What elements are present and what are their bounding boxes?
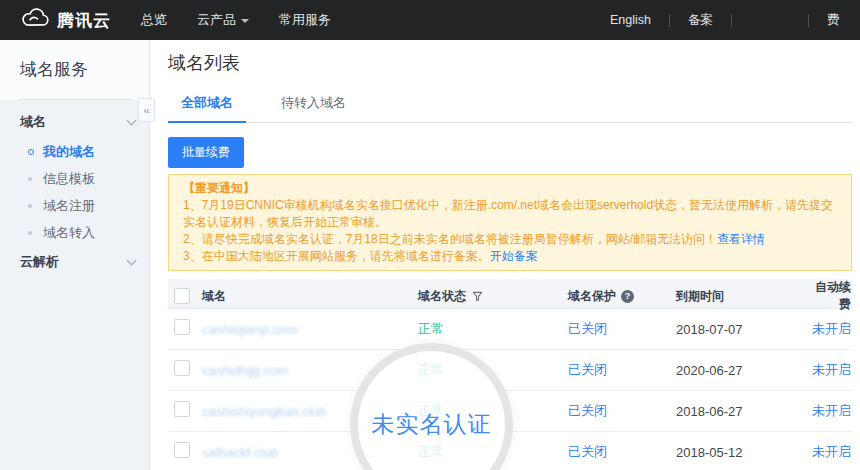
sidebar-item-info-templates[interactable]: 信息模板 (0, 165, 149, 192)
row-checkbox-cell (168, 442, 202, 462)
divider (669, 14, 670, 27)
sidebar-item-info-templates-label: 信息模板 (43, 170, 95, 188)
domain-protection-link[interactable]: 已关闭 (568, 320, 676, 338)
sidebar-item-domain-transfer-in-label: 域名转入 (43, 224, 95, 242)
table-row: cashidhijg.com 正常 已关闭 2020-06-27 未开启 (168, 350, 852, 391)
row-checkbox-cell (168, 360, 202, 380)
notice-line-2: 2、请尽快完成域名实名认证，7月18日之前未实名的域名将被注册局暂停解析，网站/… (183, 231, 837, 248)
nav-item-english-label: English (610, 13, 651, 27)
nav-item-partial[interactable]: 费 (827, 11, 840, 29)
sidebar-section-domain-label: 域名 (20, 113, 128, 131)
notice-line-1: 1、7月19日CNNIC审核机构域名实名接口优化中，新注册.com/.net域名… (183, 197, 837, 231)
nav-item-english[interactable]: English (610, 13, 651, 27)
account-area-blank (750, 13, 790, 27)
header-expire-time: 到期时间 (676, 288, 808, 305)
bullet-icon (28, 204, 32, 208)
header-checkbox-cell (168, 288, 202, 304)
auto-renew-link[interactable]: 未开启 (808, 402, 852, 420)
domain-protection-link[interactable]: 已关闭 (568, 361, 676, 379)
batch-renew-button[interactable]: 批量续费 (168, 137, 244, 168)
tab-all-domains[interactable]: 全部域名 (168, 94, 246, 122)
nav-item-common-services[interactable]: 常用服务 (279, 11, 331, 29)
nav-item-icp-filing[interactable]: 备案 (688, 12, 713, 29)
filter-funnel-icon[interactable] (472, 291, 483, 302)
bullet-icon (28, 231, 32, 235)
select-all-checkbox[interactable] (174, 288, 190, 304)
nav-item-overview[interactable]: 总览 (141, 11, 167, 29)
tab-pending-transfer-in[interactable]: 待转入域名 (268, 94, 359, 122)
page-title: 域名列表 (168, 50, 852, 76)
tab-pending-transfer-in-label: 待转入域名 (281, 95, 346, 110)
view-details-link[interactable]: 查看详情 (717, 232, 765, 246)
row-checkbox[interactable] (174, 319, 190, 335)
header-domain-protection-label: 域名保护 (568, 288, 616, 305)
top-navbar: 腾讯云 总览 云产品 常用服务 English 备案 费 (0, 0, 860, 40)
divider (808, 14, 809, 27)
sidebar-item-my-domains-label: 我的域名 (43, 143, 95, 161)
sidebar-section-dns-label: 云解析 (20, 253, 128, 271)
notice-line-3-text: 3、在中国大陆地区开展网站服务，请先将域名进行备案。 (183, 249, 490, 263)
header-domain: 域名 (202, 288, 418, 305)
chevron-down-icon (127, 255, 137, 265)
nav-item-cloud-products-label: 云产品 (197, 11, 236, 29)
chevron-down-icon (127, 115, 137, 125)
sidebar-section-domain[interactable]: 域名 (0, 106, 149, 138)
notice-banner: 【重要通知】 1、7月19日CNNIC审核机构域名实名接口优化中，新注册.com… (168, 174, 852, 271)
domain-protection-link[interactable]: 已关闭 (568, 402, 676, 420)
domain-name[interactable]: cashiiqianyi.com (202, 322, 418, 337)
table-header-row: 域名 域名状态 域名保护 ? 到期时间 自动续费 (168, 279, 852, 309)
sidebar-menu: 域名 我的域名 信息模板 域名注册 域名转入 云解析 (0, 100, 149, 470)
row-checkbox[interactable] (174, 360, 190, 376)
cloud-logo-icon (20, 8, 57, 32)
sidebar-collapse-button[interactable]: « (138, 98, 155, 122)
header-domain-protection: 域名保护 ? (568, 288, 676, 305)
sidebar: 域名服务 « 域名 我的域名 信息模板 域名注册 (0, 40, 150, 470)
navbar-right: English 备案 费 (610, 11, 840, 29)
notice-line-1-text: 1、7月19日CNNIC审核机构域名实名接口优化中，新注册.com/.net域名… (183, 198, 833, 229)
collapse-left-icon: « (143, 104, 149, 116)
notice-title: 【重要通知】 (183, 180, 837, 197)
nav-item-cloud-products[interactable]: 云产品 (197, 11, 249, 29)
sidebar-title: 域名服务 (20, 58, 149, 81)
nav-item-overview-label: 总览 (141, 11, 167, 29)
sidebar-item-domain-register-label: 域名注册 (43, 197, 95, 215)
domain-protection-link[interactable]: 已关闭 (568, 443, 676, 461)
header-auto-renew-label: 自动续费 (815, 280, 851, 311)
tabs: 全部域名 待转入域名 (168, 94, 852, 123)
nav-item-common-services-label: 常用服务 (279, 11, 331, 29)
row-checkbox-cell (168, 401, 202, 421)
sidebar-item-domain-register[interactable]: 域名注册 (0, 192, 149, 219)
start-filing-link[interactable]: 开始备案 (490, 249, 538, 263)
row-checkbox[interactable] (174, 442, 190, 458)
row-checkbox[interactable] (174, 401, 190, 417)
sidebar-item-domain-transfer-in[interactable]: 域名转入 (0, 219, 149, 246)
sidebar-section-dns[interactable]: 云解析 (0, 246, 149, 278)
header-domain-status-label: 域名状态 (418, 288, 466, 305)
expire-date: 2020-06-27 (676, 363, 808, 378)
expire-date: 2018-05-12 (676, 445, 808, 460)
auto-renew-link[interactable]: 未开启 (808, 320, 852, 338)
chevron-down-icon (241, 19, 249, 23)
table-row: cashiiqianyi.com 正常 已关闭 2018-07-07 未开启 (168, 309, 852, 350)
divider (731, 14, 732, 27)
tencent-cloud-logo[interactable]: 腾讯云 (20, 8, 111, 32)
help-question-icon[interactable]: ? (621, 290, 634, 303)
notice-line-2-text: 2、请尽快完成域名实名认证，7月18日之前未实名的域名将被注册局暂停解析，网站/… (183, 232, 717, 246)
bullet-icon (28, 177, 32, 181)
logo-text: 腾讯云 (57, 9, 111, 32)
notice-line-3: 3、在中国大陆地区开展网站服务，请先将域名进行备案。开始备案 (183, 248, 837, 265)
sidebar-item-my-domains[interactable]: 我的域名 (0, 138, 149, 165)
nav-item-icp-filing-label: 备案 (688, 12, 713, 29)
domain-status: 正常 (418, 320, 568, 338)
expire-date: 2018-07-07 (676, 322, 808, 337)
sidebar-header: 域名服务 (0, 40, 149, 100)
not-verified-watermark-text: 未实名认证 (372, 409, 492, 440)
auto-renew-link[interactable]: 未开启 (808, 361, 852, 379)
header-domain-status: 域名状态 (418, 288, 568, 305)
row-checkbox-cell (168, 319, 202, 339)
header-auto-renew: 自动续费 (808, 279, 852, 313)
expire-date: 2018-06-27 (676, 404, 808, 419)
tab-all-domains-label: 全部域名 (181, 95, 233, 110)
auto-renew-link[interactable]: 未开启 (808, 443, 852, 461)
bullet-icon (28, 149, 34, 155)
